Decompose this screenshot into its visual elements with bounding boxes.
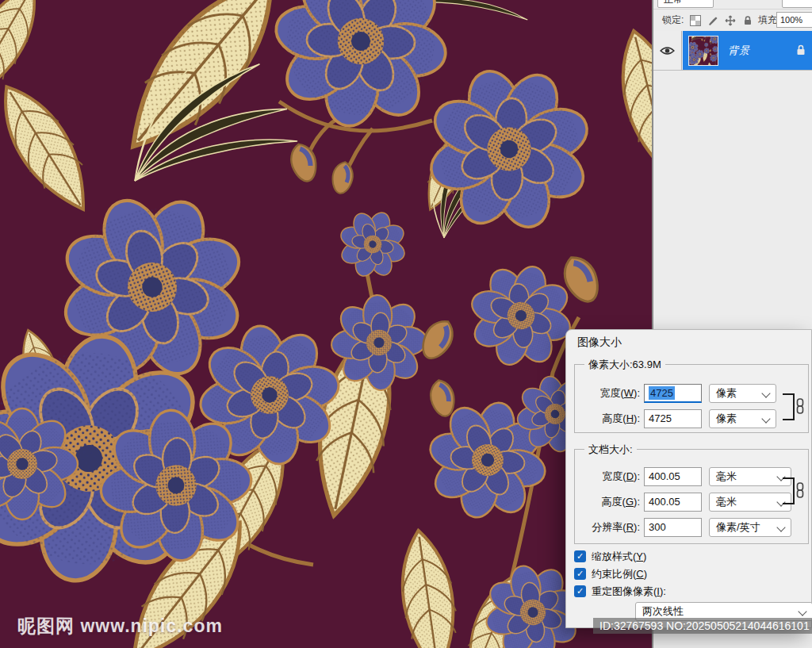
pixel-size-group-label: 像素大小:63.9M [584,358,665,372]
floral-pattern-image [0,0,652,648]
eye-icon [660,46,675,56]
layer-name: 背景 [728,31,750,70]
checkbox-checked[interactable]: ✓ [574,585,586,597]
pixel-height-input[interactable]: 4725 [644,409,702,428]
resolution-input[interactable]: 300 [644,518,702,537]
opacity-value-box[interactable] [782,0,812,8]
blend-mode-select[interactable]: 正常 [657,0,714,8]
document-size-group: 文档大小: 宽度(D): 400.05 毫米 高度(G): 400.05 毫米 … [574,449,809,544]
checkbox-checked[interactable]: ✓ [574,568,586,580]
chevron-down-icon [776,523,785,531]
chevron-down-icon [798,607,806,615]
doc-link-bracket [783,477,795,504]
lock-pixels-brush-icon[interactable] [707,15,718,26]
doc-height-label: 高度(G): [578,493,640,512]
lock-position-move-icon[interactable] [725,15,736,26]
blend-opacity-row: 正常 [653,0,812,10]
pixel-size-group: 像素大小:63.9M 宽度(W): 4725 像素 高度(H): 4725 像素 [574,364,809,433]
lock-all-icon[interactable] [742,15,753,26]
image-size-dialog: 图像大小 像素大小:63.9M 宽度(W): 4725 像素 高度(H): 47… [565,329,812,628]
dialog-title: 图像大小 [577,336,622,350]
checkbox-checked[interactable]: ✓ [574,550,586,562]
selected-layer[interactable]: 背景 [683,31,812,70]
link-chain-icon [795,398,805,414]
document-canvas[interactable] [0,0,652,648]
doc-width-unit-select[interactable]: 毫米 [709,467,791,486]
id-watermark-bar: ID:32767593 NO:20250505214044616101 [593,618,812,634]
resample-image-label: 重定图像像素(I): [592,585,666,598]
doc-height-input[interactable]: 400.05 [644,493,702,512]
layer-thumbnail[interactable] [688,36,718,66]
doc-width-label: 宽度(D): [578,467,640,486]
scale-styles-label: 缩放样式(Y) [592,550,646,563]
chevron-down-icon [761,389,770,397]
resolution-label: 分辨率(R): [578,518,640,537]
lock-transparency-icon[interactable] [690,15,701,26]
resolution-unit-select[interactable]: 像素/英寸 [709,518,791,537]
pixel-height-unit-select[interactable]: 像素 [709,409,776,428]
doc-height-unit-select[interactable]: 毫米 [709,493,791,512]
layer-visibility-cell[interactable] [653,31,682,70]
pixel-link-bracket [783,393,795,420]
pixel-width-label: 宽度(W): [578,384,640,403]
pixel-width-unit-select[interactable]: 像素 [709,384,776,403]
lock-label: 锁定: [662,10,684,30]
chevron-down-icon [761,414,770,423]
link-chain-icon [795,482,805,498]
constrain-proportions-label: 约束比例(C) [592,567,647,581]
document-size-group-label: 文档大小: [584,443,637,457]
pixel-height-label: 高度(H): [578,409,640,428]
fill-value-select[interactable]: 100% [776,12,812,28]
site-watermark: 昵图网 www.nipic.com [17,614,223,638]
doc-width-input[interactable]: 400.05 [644,467,702,486]
layer-locked-icon [796,44,806,56]
lock-toolbar: 锁定: 填充: 100% [653,10,812,32]
photoshop-window: 正常 锁定: 填充: 100% [0,0,812,648]
pixel-width-input[interactable]: 4725 [644,384,702,403]
layer-row-background[interactable]: 背景 [653,31,812,71]
